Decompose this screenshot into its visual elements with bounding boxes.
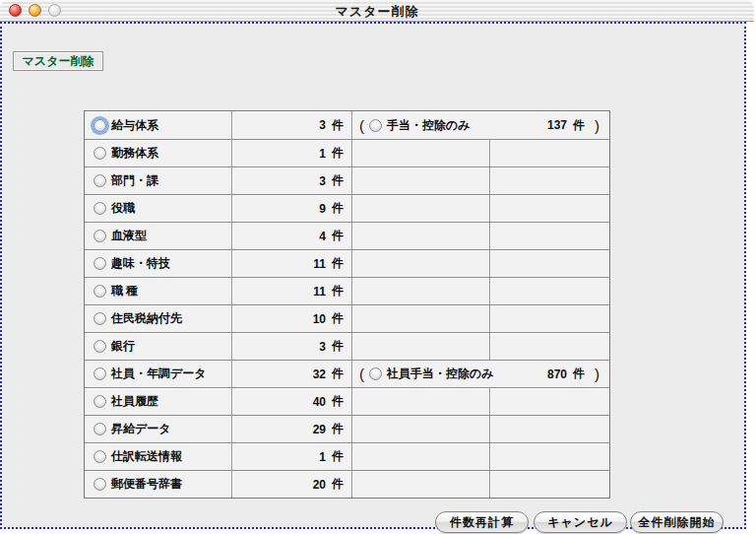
delete-all-button[interactable]: 全件削除開始 [630,511,724,533]
table-row: 住民税納付先 10 件 [85,304,609,332]
row-count: 9 [319,202,326,216]
empty-cell [351,195,489,222]
empty-cell [351,471,489,498]
row-count-unit: 件 [332,476,344,493]
row-radio[interactable] [94,423,106,435]
row-radio[interactable] [94,450,106,463]
row-radio[interactable] [94,340,106,353]
row-count-unit: 件 [332,200,344,217]
empty-cell [489,140,609,167]
row-count: 29 [313,423,326,436]
empty-cell [489,443,609,470]
paren-open: ( [359,366,364,382]
row-radio[interactable] [94,367,106,380]
sub-radio[interactable] [369,367,382,380]
row-radio[interactable] [94,119,106,132]
empty-cell [351,416,489,442]
row-label: 住民税納付先 [111,310,182,327]
row-radio[interactable] [94,174,106,187]
row-label: 勤務体系 [111,145,158,162]
table-row: 社員・年調データ 32 件 ( 社員手当・控除のみ 870 件 ) [85,360,609,387]
row-count-unit: 件 [332,366,344,382]
row-label: 職 種 [111,283,138,300]
row-radio[interactable] [94,202,106,215]
row-count-unit: 件 [332,448,344,465]
row-count-unit: 件 [332,172,344,189]
row-radio[interactable] [94,230,106,242]
empty-cell [489,333,609,360]
row-radio[interactable] [94,285,106,298]
empty-cell [351,388,489,415]
sub-count: 137 [547,118,567,132]
empty-cell [489,305,609,332]
empty-cell [489,167,609,194]
empty-cell [351,167,489,194]
empty-cell [489,471,609,498]
paren-open: ( [359,117,364,134]
row-radio[interactable] [94,478,106,491]
row-count: 40 [313,395,326,409]
empty-cell [351,305,489,332]
row-count: 20 [313,478,326,492]
sub-count-unit: 件 [573,117,585,134]
row-count: 1 [319,450,326,464]
row-radio[interactable] [94,147,106,160]
master-table: 給与体系 3 件 ( 手当・控除のみ 137 件 ) [84,110,610,499]
master-delete-tag: マスター削除 [13,51,103,71]
row-count-unit: 件 [332,393,344,410]
row-count: 11 [313,257,326,271]
empty-cell [489,416,609,442]
table-row: 部門・課 3 件 [85,167,609,194]
table-row: 給与体系 3 件 ( 手当・控除のみ 137 件 ) [85,111,609,139]
row-radio[interactable] [94,312,106,325]
row-count-unit: 件 [332,310,344,327]
sub-label: 手当・控除のみ [387,117,471,134]
master-delete-window: マスター削除 マスター削除 給与体系 3 件 ( 手当・控除のみ [0,0,756,534]
row-radio[interactable] [94,395,106,408]
paren-close: ) [595,366,599,382]
table-row: 郵便番号辞書 20 件 [85,470,609,498]
row-label: 役職 [111,200,135,217]
row-count: 1 [319,147,326,161]
cancel-button[interactable]: キャンセル [534,511,627,533]
row-count-unit: 件 [332,283,344,300]
empty-cell [351,250,489,277]
empty-cell [351,443,489,470]
row-label: 部門・課 [111,172,158,189]
row-count: 32 [313,367,326,381]
sub-radio[interactable] [369,119,382,132]
row-label: 血液型 [111,228,147,244]
table-row: 趣味・特技 11 件 [85,249,609,277]
sub-count: 870 [547,367,567,381]
row-count: 3 [319,118,326,132]
row-count: 3 [319,174,326,188]
paren-close: ) [595,117,599,134]
row-count-unit: 件 [332,338,344,355]
row-radio[interactable] [94,257,106,270]
table-row: 昇給データ 29 件 [85,415,609,442]
empty-cell [351,333,489,360]
row-count-unit: 件 [332,421,344,437]
row-label: 給与体系 [111,117,158,134]
row-label: 昇給データ [111,421,171,437]
row-count-unit: 件 [332,117,344,134]
row-label: 仕訳転送情報 [111,448,182,465]
row-count-unit: 件 [332,255,344,272]
empty-cell [351,278,489,304]
recalc-button[interactable]: 件数再計算 [435,511,529,533]
table-row: 銀行 3 件 [85,332,609,360]
table-row: 血液型 4 件 [85,222,609,249]
table-row: 職 種 11 件 [85,277,609,304]
empty-cell [489,250,609,277]
sub-label: 社員手当・控除のみ [387,366,494,382]
row-label: 趣味・特技 [111,255,170,272]
row-count: 3 [319,340,326,354]
empty-cell [489,388,609,415]
empty-cell [351,223,489,249]
row-count: 10 [313,312,326,326]
row-count: 4 [319,230,326,243]
table-row: 社員履歴 40 件 [85,387,609,415]
titlebar: マスター削除 [0,0,754,22]
row-count-unit: 件 [332,145,344,162]
row-label: 銀行 [111,338,135,355]
